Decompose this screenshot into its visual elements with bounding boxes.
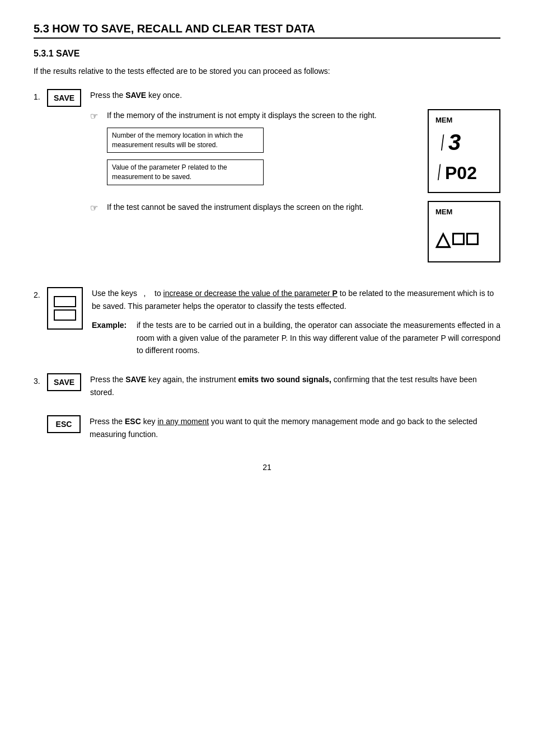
screen-pval: P02: [445, 159, 477, 187]
step-2-key: [47, 287, 83, 330]
step-2-instruction: Use the keys , to increase or decrease t…: [92, 287, 500, 312]
step-1: 1. SAVE Press the SAVE key once. ☞ If th…: [34, 89, 500, 270]
section-title: 5.3 HOW TO SAVE, RECALL AND CLEAR TEST D…: [34, 22, 500, 39]
bullet-1-left: If the memory of the instrument is not e…: [107, 109, 405, 189]
step-esc-instruction: Press the ESC key in any moment you want…: [90, 415, 500, 440]
bullet-1-text: If the memory of the instrument is not e…: [107, 109, 405, 121]
step-esc: ESC Press the ESC key in any moment you …: [34, 415, 500, 440]
step-3-content: Press the SAVE key again, the instrument…: [90, 373, 500, 398]
step-1-left: 1. SAVE: [34, 89, 81, 107]
page-number: 21: [34, 463, 500, 472]
bullet-2-text: If the test cannot be saved the instrume…: [107, 201, 405, 213]
callouts: Number of the memory location in which t…: [107, 128, 405, 189]
screen-num-row: ╱ 3: [439, 130, 461, 154]
example-label: Example:: [92, 319, 131, 356]
subsection-title: 5.3.1 SAVE: [34, 49, 500, 59]
step-1-number: 1.: [34, 92, 45, 101]
intro-text: If the results relative to the tests eff…: [34, 67, 500, 76]
square-1: [452, 233, 465, 245]
screen-mem-label: MEM: [435, 115, 452, 126]
step-2-number: 2.: [34, 290, 45, 299]
key-up: [54, 296, 76, 307]
screen-ano: MEM △: [428, 201, 500, 262]
ano-triangle: △: [435, 224, 450, 254]
screen-ano-mem: MEM: [435, 206, 452, 218]
step-3: 3. SAVE Press the SAVE key again, the in…: [34, 373, 500, 398]
example-text: if the tests are to be carried out in a …: [137, 319, 500, 356]
step-3-number: 3.: [34, 377, 45, 386]
step-2-left: 2.: [34, 287, 83, 330]
bullet-1-row: ☞ If the memory of the instrument is not…: [90, 109, 500, 193]
bullet-2-row: ☞ If the test cannot be saved the instru…: [90, 201, 500, 262]
step-1-content: Press the SAVE key once. ☞ If the memory…: [90, 89, 500, 270]
step-3-instruction: Press the SAVE key again, the instrument…: [90, 373, 500, 398]
screen-mem-1: MEM ╱ 3 ╱ P02: [428, 109, 500, 193]
bullet-1-symbol: ☞: [90, 109, 101, 124]
step-3-key: SAVE: [47, 373, 81, 391]
step-1-key: SAVE: [47, 89, 81, 107]
square-2: [466, 233, 479, 245]
screen-ano-text: △: [435, 224, 479, 254]
step-2-example: Example: if the tests are to be carried …: [92, 319, 500, 356]
diagonal-line: ╱: [435, 132, 449, 153]
key-down: [54, 309, 76, 321]
diagonal-line-2: ╱: [432, 162, 446, 183]
callout-1: Number of the memory location in which t…: [107, 128, 264, 153]
step-3-left: 3. SAVE: [34, 373, 81, 391]
step-2-content: Use the keys , to increase or decrease t…: [92, 287, 500, 356]
step-esc-left: ESC: [34, 415, 81, 433]
step-1-instruction: Press the SAVE key once.: [90, 89, 500, 101]
callout-2: Value of the parameter P related to the …: [107, 159, 264, 185]
step-1-bullet-2: ☞ If the test cannot be saved the instru…: [90, 201, 500, 262]
step-2: 2. Use the keys , to increase or decreas…: [34, 287, 500, 356]
screen-num: 3: [448, 130, 461, 154]
screen-pval-row: ╱ P02: [435, 157, 477, 187]
step-esc-key: ESC: [47, 415, 81, 433]
step-esc-content: Press the ESC key in any moment you want…: [90, 415, 500, 440]
step-1-bullet-1: ☞ If the memory of the instrument is not…: [90, 109, 500, 193]
bullet-2-left: If the test cannot be saved the instrume…: [107, 201, 405, 213]
ano-squares: [452, 233, 479, 245]
bullet-2-symbol: ☞: [90, 201, 101, 215]
